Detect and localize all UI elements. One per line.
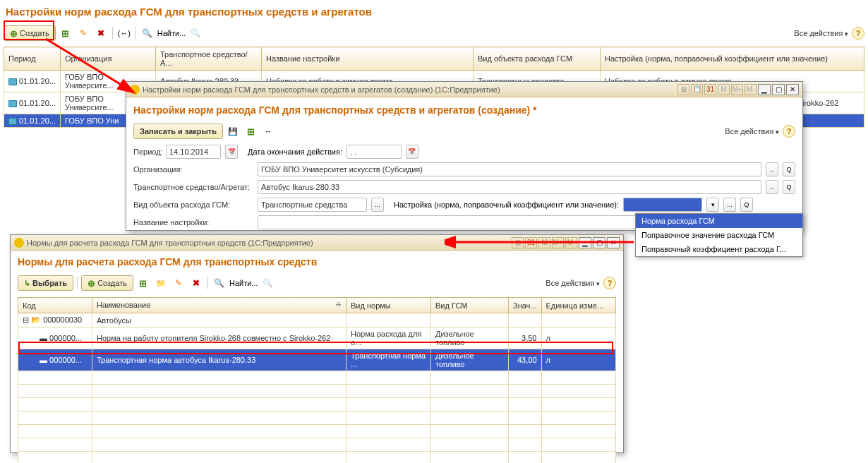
copy-button[interactable]: ⊞ bbox=[58, 25, 73, 41]
post-button[interactable]: ⊞ bbox=[243, 124, 258, 139]
calendar-button[interactable]: 📅 bbox=[225, 145, 238, 159]
col-fuel-type[interactable]: Вид ГСМ bbox=[431, 298, 509, 313]
delete-button[interactable]: ✖ bbox=[188, 275, 204, 291]
minimize-button[interactable]: ▁ bbox=[758, 84, 771, 95]
period-input[interactable]: 14.10.2014 bbox=[166, 145, 221, 159]
dropdown-item[interactable]: Норма расхода ГСМ bbox=[636, 214, 802, 228]
table-row bbox=[18, 411, 616, 425]
tb-m-icon[interactable]: M bbox=[718, 84, 730, 95]
dialog-titlebar[interactable]: Настройки норм расхода ГСМ для транспорт… bbox=[126, 82, 802, 97]
org-input[interactable]: ГОБУ ВПО Университет искусств (Субсидия) bbox=[258, 162, 761, 176]
table-row bbox=[18, 425, 616, 438]
all-actions-link[interactable]: Все действия bbox=[725, 127, 779, 136]
save-close-button[interactable]: Записать и закрыть bbox=[133, 124, 223, 139]
dialog-heading: Нормы для расчета расхода ГСМ для трансп… bbox=[18, 256, 616, 267]
refresh-button[interactable]: (↔) bbox=[116, 25, 132, 41]
dialog-title-text: Нормы для расчета расхода ГСМ для трансп… bbox=[27, 239, 313, 247]
table-row bbox=[18, 398, 616, 411]
col-norm-type[interactable]: Вид нормы bbox=[346, 298, 431, 313]
tb-mplus-icon[interactable]: M+ bbox=[552, 237, 564, 248]
app-icon bbox=[14, 238, 24, 248]
select-icon: ↳ bbox=[24, 279, 30, 288]
maximize-button[interactable]: ▢ bbox=[772, 84, 785, 95]
refresh-button[interactable]: ↔ bbox=[260, 124, 276, 139]
tb-m-icon[interactable]: M bbox=[538, 237, 550, 248]
tb-mminus-icon[interactable]: M- bbox=[565, 237, 577, 248]
tb-mplus-icon[interactable]: M+ bbox=[731, 84, 743, 95]
search-button[interactable]: 🔍 bbox=[212, 275, 227, 291]
row-icon bbox=[8, 100, 17, 107]
edit-button[interactable]: ✎ bbox=[76, 25, 91, 41]
copy-icon: ⊞ bbox=[139, 278, 147, 289]
col-code[interactable]: Код bbox=[18, 298, 92, 313]
edit-button[interactable]: ✎ bbox=[171, 275, 186, 291]
setting-input[interactable] bbox=[623, 198, 702, 212]
clear-search-icon: 🔍 bbox=[191, 28, 201, 38]
select-button[interactable]: ... bbox=[766, 162, 778, 176]
delete-button[interactable]: ✖ bbox=[93, 25, 109, 41]
select-button[interactable]: ... bbox=[766, 180, 778, 194]
create-button[interactable]: ⊕ Создать bbox=[4, 25, 56, 41]
col-value[interactable]: Знач... bbox=[509, 298, 542, 313]
table-row[interactable]: ▬ 000000... Норма на работу отопителя Si… bbox=[18, 327, 616, 349]
dialog-toolbar: Записать и закрыть 💾 ⊞ ↔ Все действия ? bbox=[133, 121, 795, 141]
close-button[interactable]: ✕ bbox=[786, 84, 799, 95]
col-unit[interactable]: Единица изме... bbox=[541, 298, 616, 313]
save-button[interactable]: 💾 bbox=[225, 124, 241, 139]
close-button[interactable]: ✕ bbox=[607, 237, 620, 248]
select-button[interactable]: ... bbox=[371, 198, 384, 212]
col-org[interactable]: Организация bbox=[61, 47, 156, 71]
dropdown-button[interactable]: ▾ bbox=[706, 198, 719, 212]
dropdown-item[interactable]: Поправочный коэффициент расхода Г... bbox=[636, 242, 802, 256]
table-row[interactable]: ▬ 000000... Транспортная норма автобуса … bbox=[18, 349, 616, 371]
clear-search-icon: 🔍 bbox=[263, 278, 273, 288]
col-object-type[interactable]: Вид объекта расхода ГСМ bbox=[474, 47, 601, 71]
tb-calc-icon[interactable]: ⊞ bbox=[512, 237, 524, 248]
maximize-button[interactable]: ▢ bbox=[593, 237, 605, 248]
minimize-button[interactable]: ▁ bbox=[579, 237, 591, 248]
help-icon[interactable]: ? bbox=[852, 27, 864, 40]
help-icon[interactable]: ? bbox=[783, 125, 795, 138]
tb-mminus-icon[interactable]: M- bbox=[745, 84, 757, 95]
table-row bbox=[18, 385, 616, 398]
table-row bbox=[18, 438, 616, 452]
tb-calc-icon[interactable]: ⊞ bbox=[677, 84, 689, 95]
find-label[interactable]: Найти... bbox=[157, 29, 186, 37]
col-name[interactable]: Наименование ≞ bbox=[92, 298, 346, 313]
calendar-button[interactable]: 📅 bbox=[406, 145, 418, 159]
open-button[interactable]: Q bbox=[783, 180, 795, 194]
vehicle-input[interactable]: Автобус Ikarus-280.33 bbox=[258, 180, 761, 194]
copy-plus-icon: ⊞ bbox=[61, 28, 69, 39]
collapse-icon[interactable]: ⊟ bbox=[23, 315, 29, 324]
create-button[interactable]: ⊕ Создать bbox=[81, 275, 133, 291]
tb-cal-icon[interactable]: 📋 bbox=[691, 84, 703, 95]
find-label[interactable]: Найти... bbox=[229, 279, 258, 287]
period-label: Период: bbox=[133, 148, 162, 156]
end-date-input[interactable]: . . bbox=[346, 145, 402, 159]
select-button[interactable]: ↳ Выбрать bbox=[18, 275, 73, 291]
folder-button[interactable]: 📁 bbox=[153, 275, 169, 291]
search-button[interactable]: 🔍 bbox=[140, 25, 155, 41]
folder-icon: 📁 bbox=[156, 279, 166, 288]
copy-button[interactable]: ⊞ bbox=[135, 275, 151, 291]
object-type-input[interactable]: Транспортные средства bbox=[258, 198, 367, 212]
col-period[interactable]: Период bbox=[4, 47, 61, 71]
all-actions-link[interactable]: Все действия bbox=[545, 279, 600, 287]
tb-cal2-icon[interactable]: 31 bbox=[704, 84, 716, 95]
select-button[interactable]: ... bbox=[723, 198, 736, 212]
table-row[interactable]: ⊟ 📂 000000030 Автобусы bbox=[18, 313, 616, 327]
clear-search-button[interactable]: 🔍 bbox=[188, 25, 203, 41]
col-vehicle[interactable]: Транспортное средство/А... bbox=[156, 47, 262, 71]
open-button[interactable]: Q bbox=[740, 198, 753, 212]
col-setting-name[interactable]: Название настройки bbox=[262, 47, 474, 71]
separator bbox=[135, 27, 136, 40]
help-icon[interactable]: ? bbox=[603, 277, 616, 289]
all-actions-link[interactable]: Все действия bbox=[794, 29, 848, 37]
col-setting[interactable]: Настройка (норма, поправочный коэффициен… bbox=[601, 47, 864, 71]
dropdown-item[interactable]: Поправочное значение расхода ГСМ bbox=[636, 228, 802, 242]
dialog-titlebar[interactable]: Нормы для расчета расхода ГСМ для трансп… bbox=[11, 235, 623, 251]
tb-cal-icon[interactable]: 31 bbox=[525, 237, 537, 248]
open-button[interactable]: Q bbox=[783, 162, 795, 176]
clear-search-button[interactable]: 🔍 bbox=[260, 275, 276, 291]
object-type-label: Вид объекта расхода ГСМ: bbox=[133, 200, 253, 209]
